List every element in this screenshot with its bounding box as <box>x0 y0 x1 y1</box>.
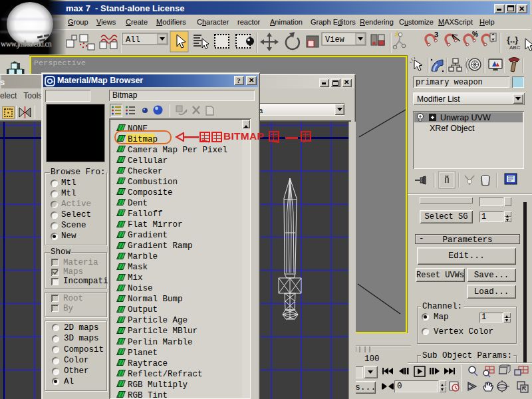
svg-text:3: 3 <box>434 31 438 39</box>
svg-text:ABC: ABC <box>509 45 521 51</box>
svg-text:View: View <box>325 35 345 45</box>
svg-text:{..}: {..} <box>507 35 518 45</box>
svg-text:All: All <box>126 35 140 45</box>
svg-text:%: % <box>472 31 478 38</box>
